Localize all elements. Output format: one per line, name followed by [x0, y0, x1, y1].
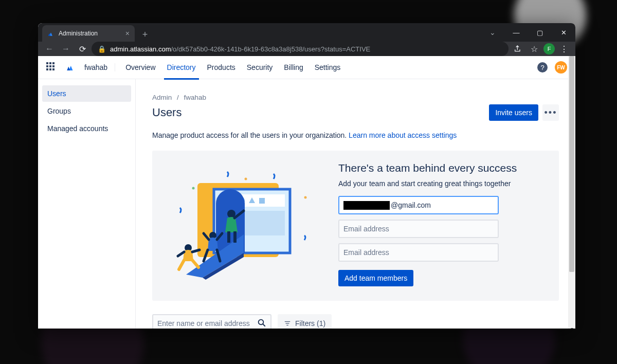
close-tab-icon[interactable]: ×	[125, 29, 130, 38]
learn-more-link[interactable]: Learn more about access settings	[349, 131, 457, 139]
breadcrumb-separator: /	[177, 94, 179, 101]
nav-security[interactable]: Security	[246, 56, 274, 79]
breadcrumb-leaf[interactable]: fwahab	[184, 94, 207, 101]
svg-line-18	[263, 324, 265, 326]
browser-window: Administration × + ⌄ — ▢ ✕ ← → ⟳ 🔒 admin…	[38, 23, 575, 329]
app-shell: fwahab Overview Directory Products Secur…	[38, 56, 575, 329]
svg-point-2	[304, 196, 307, 199]
close-window-button[interactable]: ✕	[552, 23, 575, 42]
sidebar-item-groups[interactable]: Groups	[42, 103, 131, 119]
browser-toolbar: ← → ⟳ 🔒 admin.atlassian.com/o/dk57a5b0-4…	[38, 42, 575, 56]
svg-point-17	[259, 319, 264, 324]
minimize-button[interactable]: —	[504, 23, 528, 42]
scrollbar-thumb[interactable]	[569, 56, 574, 272]
forward-button[interactable]: →	[59, 42, 73, 56]
more-actions-button[interactable]: •••	[542, 104, 559, 121]
atlassian-logo-icon	[66, 63, 75, 72]
user-search-input[interactable]: Enter name or email address	[152, 314, 271, 329]
search-icon	[257, 318, 266, 329]
add-team-members-button[interactable]: Add team members	[338, 270, 413, 286]
breadcrumb-root[interactable]: Admin	[152, 94, 172, 101]
window-controls: ⌄ — ▢ ✕	[481, 23, 575, 42]
svg-point-0	[192, 187, 195, 190]
tab-title: Administration	[59, 30, 98, 37]
browser-tab[interactable]: Administration ×	[42, 25, 135, 42]
nav-billing[interactable]: Billing	[283, 56, 304, 79]
nav-settings[interactable]: Settings	[314, 56, 342, 79]
sidebar: Users Groups Managed accounts	[38, 79, 136, 329]
invite-users-button[interactable]: Invite users	[489, 104, 538, 121]
new-tab-button[interactable]: +	[138, 27, 152, 42]
tab-search-icon[interactable]: ⌄	[481, 23, 504, 42]
nav-products[interactable]: Products	[206, 56, 237, 79]
bookmark-star-icon[interactable]: ☆	[527, 42, 541, 56]
browser-titlebar: Administration × + ⌄ — ▢ ✕	[38, 23, 575, 42]
nav-overview[interactable]: Overview	[124, 56, 156, 79]
svg-point-1	[245, 178, 247, 180]
address-bar[interactable]: 🔒 admin.atlassian.com/o/dk57a5b0-426k-14…	[92, 42, 509, 56]
browser-profile-avatar[interactable]: F	[543, 43, 555, 54]
scroll-down-arrow[interactable]: ▾	[568, 326, 575, 329]
atlassian-favicon	[47, 30, 55, 37]
hero-heading: There's a team behind every success	[338, 162, 545, 174]
main-content: Admin / fwahab Users Invite users ••• Ma…	[136, 79, 575, 329]
maximize-button[interactable]: ▢	[528, 23, 552, 42]
breadcrumb: Admin / fwahab	[152, 94, 559, 101]
hero-subheading: Add your team and start creating great t…	[338, 179, 545, 188]
invite-team-panel: There's a team behind every success Add …	[152, 151, 559, 301]
nav-directory[interactable]: Directory	[166, 56, 197, 79]
url-path: /o/dk57a5b0-426k-141b-6k19-63c8a3a8j538/…	[171, 45, 371, 53]
page-title: Users	[152, 106, 182, 119]
sidebar-item-users[interactable]: Users	[42, 85, 131, 102]
redacted-email-local	[343, 201, 390, 210]
browser-menu-icon[interactable]: ⋮	[557, 42, 571, 56]
back-button[interactable]: ←	[42, 42, 57, 56]
app-switcher-icon[interactable]	[46, 62, 57, 72]
email-1-visible: @gmail.com	[391, 201, 431, 209]
email-input-2[interactable]: Email address	[338, 220, 499, 238]
help-icon[interactable]: ?	[537, 62, 548, 72]
page-description: Manage product access for all the users …	[152, 131, 559, 139]
svg-rect-13	[227, 231, 230, 243]
url-domain: admin.atlassian.com	[110, 45, 171, 53]
lock-icon: 🔒	[98, 45, 106, 53]
svg-rect-8	[259, 198, 265, 204]
user-avatar[interactable]: FW	[555, 61, 567, 74]
sidebar-item-managed-accounts[interactable]: Managed accounts	[42, 120, 131, 137]
svg-rect-14	[233, 231, 237, 243]
reload-button[interactable]: ⟳	[75, 42, 89, 56]
team-illustration	[167, 168, 321, 281]
email-input-3[interactable]: Email address	[338, 243, 499, 262]
filters-button[interactable]: Filters (1)	[278, 314, 332, 329]
email-input-1[interactable]: @gmail.com	[338, 196, 499, 214]
org-name[interactable]: fwahab	[84, 63, 115, 71]
share-icon[interactable]	[511, 42, 525, 56]
vertical-scrollbar[interactable]: ▾	[568, 56, 575, 329]
app-topnav: fwahab Overview Directory Products Secur…	[38, 56, 575, 79]
